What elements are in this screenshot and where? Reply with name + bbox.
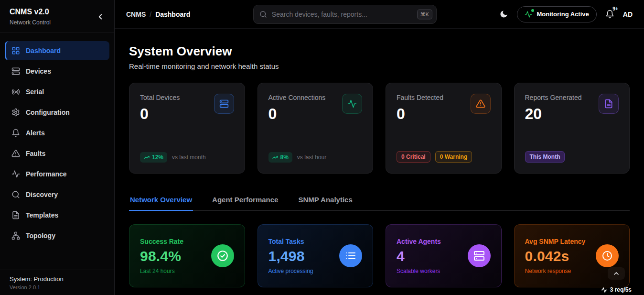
list-icon [339, 244, 362, 267]
metric-caption: Last 24 hours [140, 268, 183, 274]
server-icon [11, 67, 20, 76]
stat-card-active-connections: Active Connections 0 8% vs last hour [258, 83, 374, 174]
metric-title: Avg SNMP Latency [525, 238, 586, 245]
sidebar-item-discovery[interactable]: Discovery [5, 185, 109, 204]
metric-card-grid: Success Rate 98.4% Last 24 hours Total T… [129, 224, 630, 287]
stat-label: Faults Detected [397, 94, 443, 101]
metric-card-active-agents: Active Agents 4 Scalable workers [386, 224, 502, 287]
sidebar-item-label: Devices [26, 67, 51, 75]
search-icon [259, 11, 267, 18]
monitoring-status-label: Monitoring Active [537, 11, 589, 18]
trend-badge: 8% [268, 152, 292, 163]
tab-snmp-analytics[interactable]: SNMP Analytics [297, 191, 353, 210]
sidebar-item-label: Topology [26, 232, 55, 240]
stat-caption: vs last hour [297, 154, 326, 161]
trend-value: 12% [152, 154, 163, 161]
user-avatar[interactable]: AD [623, 11, 633, 18]
stat-caption: vs last month [172, 154, 206, 161]
sidebar-item-serial[interactable]: Serial [5, 82, 109, 101]
sidebar-footer: System: Production Version 2.0.1 [0, 270, 114, 295]
sidebar-item-performance[interactable]: Performance [5, 164, 109, 184]
keyboard-shortcut-badge: ⌘K [417, 9, 432, 19]
breadcrumb-current: Dashboard [155, 11, 190, 18]
sidebar-item-label: Serial [26, 88, 44, 96]
sidebar-item-faults[interactable]: Faults [5, 144, 109, 163]
stat-card-grid: Total Devices 0 12% vs last month [129, 83, 630, 174]
metric-title: Success Rate [140, 238, 183, 245]
sidebar-item-devices[interactable]: Devices [5, 62, 109, 81]
tab-agent-performance[interactable]: Agent Performance [211, 191, 279, 210]
sidebar-item-templates[interactable]: Templates [5, 206, 109, 225]
sidebar-item-topology[interactable]: Topology [5, 226, 109, 245]
stat-value: 0 [268, 105, 326, 123]
sidebar-item-label: Templates [26, 211, 58, 219]
sidebar-item-label: Faults [26, 150, 45, 157]
stat-card-total-devices: Total Devices 0 12% vs last month [129, 83, 245, 174]
scroll-top-button[interactable] [608, 267, 625, 280]
sidebar-item-label: Alerts [26, 129, 45, 137]
stat-label: Active Connections [268, 94, 326, 101]
activity-icon [11, 170, 20, 178]
stat-value: 0 [140, 105, 180, 123]
moon-icon [499, 10, 508, 19]
sidebar-item-label: Dashboard [26, 47, 61, 55]
sidebar-item-dashboard[interactable]: Dashboard [5, 41, 109, 60]
breadcrumb: CNMS / Dashboard [126, 11, 190, 18]
metric-caption: Active processing [268, 268, 313, 274]
notifications-button[interactable]: 9+ [605, 10, 614, 19]
breadcrumb-separator: / [150, 11, 151, 18]
metric-value: 1,498 [268, 248, 313, 264]
app-root: CNMS v2.0 Network Control Dashboard Devi… [0, 0, 644, 295]
sidebar-item-label: Discovery [26, 191, 58, 198]
file-text-icon [599, 94, 619, 114]
bell-icon [11, 129, 20, 137]
trend-badge: 12% [140, 152, 167, 163]
file-text-icon [11, 211, 20, 219]
version-label: Version 2.0.1 [10, 284, 107, 290]
activity-icon [525, 11, 532, 18]
search-zone: ⌘K [198, 5, 492, 24]
request-rate-value: 3 req/5s [610, 286, 632, 293]
metric-card-total-tasks: Total Tasks 1,498 Active processing [258, 224, 374, 287]
network-icon [11, 231, 20, 240]
sidebar: CNMS v2.0 Network Control Dashboard Devi… [0, 0, 115, 295]
stat-value: 0 [397, 105, 443, 123]
sidebar-collapse-button[interactable] [94, 11, 107, 23]
sidebar-item-alerts[interactable]: Alerts [5, 123, 109, 142]
stat-label: Reports Generated [525, 94, 582, 101]
server-icon [214, 94, 234, 114]
chevron-left-icon [96, 12, 105, 21]
page-content: System Overview Real-time monitoring and… [115, 29, 644, 295]
warning-triangle-icon [471, 94, 491, 114]
radio-icon [11, 87, 20, 96]
check-circle-icon [211, 244, 234, 267]
clock-icon [596, 244, 619, 267]
sidebar-item-label: Configuration [26, 109, 70, 116]
sidebar-item-label: Performance [26, 170, 67, 178]
metric-value: 4 [397, 248, 441, 264]
topbar-actions: Monitoring Active 9+ AD [499, 6, 633, 22]
monitoring-status-pill[interactable]: Monitoring Active [517, 6, 596, 22]
trend-value: 8% [280, 154, 289, 161]
grid-icon [11, 46, 20, 55]
stat-card-reports-generated: Reports Generated 20 This Month [514, 83, 630, 174]
brand-block: CNMS v2.0 Network Control [10, 8, 51, 26]
metric-value: 0.042s [525, 248, 586, 264]
request-rate-status: 3 req/5s [601, 286, 632, 293]
metric-value: 98.4% [140, 248, 183, 264]
theme-toggle-button[interactable] [499, 10, 508, 19]
search-icon [11, 190, 20, 199]
tab-bar: Network Overview Agent Performance SNMP … [129, 191, 630, 211]
brand-subtitle: Network Control [10, 19, 51, 26]
activity-icon [601, 287, 607, 293]
notification-count-badge: 9+ [612, 6, 618, 11]
tab-network-overview[interactable]: Network Overview [129, 191, 193, 211]
brand-title: CNMS v2.0 [10, 8, 51, 16]
sidebar-item-configuration[interactable]: Configuration [5, 103, 109, 122]
search-box: ⌘K [253, 5, 437, 24]
system-environment-label: System: Production [10, 275, 107, 283]
search-input[interactable] [253, 5, 437, 24]
sidebar-nav: Dashboard Devices Serial Configuration A… [0, 33, 114, 270]
breadcrumb-root[interactable]: CNMS [126, 11, 146, 18]
critical-count-badge: 0 Critical [397, 151, 430, 163]
